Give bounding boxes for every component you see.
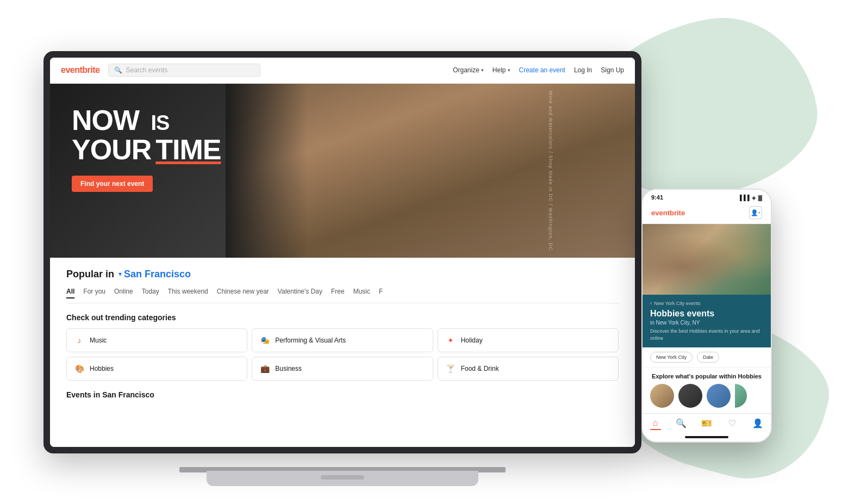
scene: eventbrite 🔍 Search events Organize ▾ He… [43, 18, 805, 486]
category-music[interactable]: ♪ Music [66, 328, 247, 352]
filter-tab-today[interactable]: Today [142, 288, 159, 298]
hero-content: NOW IS YOUR TIME Find your next event [50, 84, 635, 214]
phone-time: 9:41 [651, 194, 663, 201]
tickets-icon: 🎫 [701, 418, 712, 428]
nav-signup[interactable]: Sign Up [601, 66, 624, 74]
category-performing-arts[interactable]: 🎭 Performing & Visual Arts [252, 328, 433, 352]
phone-nav-tickets[interactable]: 🎫 [701, 418, 712, 431]
trending-title: Check out trending categories [66, 313, 619, 322]
search-placeholder: Search events [126, 66, 167, 74]
phone-card-subtitle: in New York City, NY [650, 320, 763, 326]
phone: 9:41 ▐▐▐ ◈ ▓ eventbrite 👤 ▾ ‹ New York C… [641, 189, 772, 442]
heart-icon: ♡ [728, 418, 736, 428]
phone-nav-home[interactable]: ⌂ [650, 418, 661, 430]
phone-bottom-nav: ⌂ 🔍 🎫 ♡ 👤 [643, 413, 771, 436]
phone-filters: New York City Date [643, 347, 771, 368]
phone-nav-profile[interactable]: 👤 [752, 418, 763, 431]
performing-arts-icon: 🎭 [259, 334, 271, 346]
filter-tab-chinese[interactable]: Chinese new year [217, 288, 269, 298]
phone-filter-date[interactable]: Date [697, 352, 719, 363]
phone-status-bar: 9:41 ▐▐▐ ◈ ▓ [643, 190, 771, 203]
hero-title-line1: NOW IS [72, 105, 613, 135]
popular-city[interactable]: San Francisco [124, 269, 191, 280]
filter-tab-more[interactable]: F [379, 288, 383, 298]
phone-card-back-text: New York City events [654, 301, 700, 306]
find-event-button[interactable]: Find your next event [72, 176, 153, 192]
phone-card-header: ‹ New York City events Hobbies events in… [643, 295, 771, 347]
category-hobbies[interactable]: 🎨 Hobbies [66, 357, 247, 381]
hobby-circle-3[interactable] [707, 384, 731, 408]
avatar-chevron-icon: ▾ [758, 210, 760, 215]
nav-organize[interactable]: Organize ▾ [453, 66, 484, 74]
categories-grid: ♪ Music 🎭 Performing & Visual Arts ✦ Hol… [66, 328, 619, 381]
search-icon: 🔍 [114, 66, 122, 74]
laptop-screen: eventbrite 🔍 Search events Organize ▾ He… [50, 58, 635, 447]
search-bar[interactable]: 🔍 Search events [108, 64, 260, 77]
phone-logo[interactable]: eventbrite [651, 209, 685, 217]
battery-icon: ▓ [758, 195, 762, 201]
phone-circles [650, 384, 763, 408]
home-icon: ⌂ [653, 418, 658, 428]
filter-tabs: All For you Online Today This weekend Ch… [66, 288, 619, 303]
hero-title: NOW IS YOUR TIME [72, 105, 613, 165]
laptop-frame: eventbrite 🔍 Search events Organize ▾ He… [43, 51, 641, 453]
popular-row: Popular in ▾ San Francisco [66, 269, 619, 280]
phone-status-icons: ▐▐▐ ◈ ▓ [738, 195, 762, 201]
popular-prefix: Popular in [66, 269, 114, 280]
city-chevron-icon: ▾ [119, 270, 122, 278]
category-business[interactable]: 💼 Business [252, 357, 433, 381]
filter-tab-all[interactable]: All [66, 288, 74, 298]
nav-logo[interactable]: eventbrite [61, 65, 99, 75]
nav-create-event[interactable]: Create an event [519, 66, 565, 74]
category-food-drink[interactable]: 🍸 Food & Drink [438, 357, 619, 381]
phone-avatar-icon[interactable]: 👤 ▾ [749, 206, 762, 219]
wifi-icon: ◈ [752, 195, 756, 201]
filter-tab-weekend[interactable]: This weekend [168, 288, 208, 298]
help-chevron-icon: ▾ [508, 67, 510, 73]
nav-help[interactable]: Help ▾ [492, 66, 510, 74]
nav-login[interactable]: Log In [574, 66, 592, 74]
organize-chevron-icon: ▾ [481, 67, 484, 73]
filter-tab-foryou[interactable]: For you [83, 288, 105, 298]
business-icon: 💼 [259, 363, 271, 375]
hobbies-icon: 🎨 [73, 363, 85, 375]
hobby-circle-2[interactable] [678, 384, 702, 408]
phone-explore-section: Explore what's popular within Hobbies [643, 368, 771, 413]
hobby-circle-4[interactable] [735, 384, 747, 408]
laptop: eventbrite 🔍 Search events Organize ▾ He… [43, 51, 641, 486]
phone-home-indicator [685, 436, 728, 438]
phone-navbar: eventbrite 👤 ▾ [643, 203, 771, 224]
navbar: eventbrite 🔍 Search events Organize ▾ He… [50, 58, 635, 84]
main-content: Popular in ▾ San Francisco All For you O… [50, 258, 635, 447]
laptop-base [207, 471, 478, 486]
music-icon: ♪ [73, 334, 85, 346]
signal-icon: ▐▐▐ [738, 195, 749, 201]
hobby-circle-1[interactable] [650, 384, 674, 408]
filter-tab-valentines[interactable]: Valentine's Day [278, 288, 322, 298]
back-arrow-icon: ‹ [650, 300, 652, 306]
nav-links: Organize ▾ Help ▾ Create an event Log In… [453, 66, 624, 74]
hero-title-line2: YOUR TIME [72, 135, 613, 165]
holiday-icon: ✦ [445, 334, 457, 346]
category-holiday[interactable]: ✦ Holiday [438, 328, 619, 352]
events-title: Events in San Francisco [66, 390, 619, 399]
phone-card-description: Discover the best Hobbies events in your… [650, 328, 763, 341]
food-drink-icon: 🍸 [445, 363, 457, 375]
phone-search-icon: 🔍 [676, 418, 687, 428]
phone-filter-city[interactable]: New York City [650, 352, 693, 363]
phone-explore-title: Explore what's popular within Hobbies [650, 373, 763, 379]
phone-card-back[interactable]: ‹ New York City events [650, 300, 763, 306]
phone-hero-image [643, 224, 771, 295]
profile-icon: 👤 [752, 418, 763, 428]
hero-section: NOW IS YOUR TIME Find your next event Wi… [50, 84, 635, 258]
phone-nav-search[interactable]: 🔍 [676, 418, 687, 431]
phone-card-title: Hobbies events [650, 308, 763, 319]
phone-nav-favorites[interactable]: ♡ [727, 418, 738, 431]
filter-tab-music[interactable]: Music [353, 288, 370, 298]
filter-tab-online[interactable]: Online [114, 288, 133, 298]
filter-tab-free[interactable]: Free [331, 288, 345, 298]
